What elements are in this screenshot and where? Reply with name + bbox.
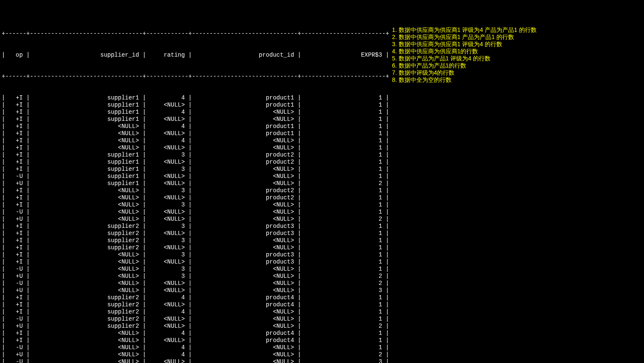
table-row: | +I | supplier1 | <NULL> | <NULL> | 1 | — [2, 116, 644, 123]
table-header-row: | op | supplier_id | rating | product_id… — [2, 52, 644, 59]
table-row: | +I | supplier1 | <NULL> | product2 | 1… — [2, 159, 644, 166]
table-row: | +I | <NULL> | <NULL> | product4 | 1 | — [2, 337, 644, 344]
table-row: | +I | supplier1 | 4 | product1 | 1 | — [2, 94, 644, 102]
table-row: | -U | supplier2 | <NULL> | <NULL> | 1 | — [2, 316, 644, 323]
table-separator-mid: +------+--------------------------------… — [2, 73, 644, 80]
table-row: | -U | <NULL> | 3 | <NULL> | 1 | — [2, 266, 644, 273]
table-row: | -U | <NULL> | 4 | <NULL> | 1 | — [2, 344, 644, 351]
annotation-line: 1. 数据中供应商为供应商1 评级为4 产品为产品1 的行数 — [392, 26, 537, 34]
table-row: | +I | <NULL> | 3 | product3 | 1 | — [2, 251, 644, 259]
table-separator-top: +------+--------------------------------… — [2, 30, 644, 37]
table-row: | +I | <NULL> | 4 | product1 | 1 | — [2, 123, 644, 130]
table-row: | +I | <NULL> | 4 | <NULL> | 1 | — [2, 137, 644, 144]
table-body: | +I | supplier1 | 4 | product1 | 1 || +… — [2, 94, 644, 363]
table-row: | +I | <NULL> | 3 | product2 | 1 | — [2, 187, 644, 194]
ascii-table: +------+--------------------------------… — [2, 16, 644, 363]
table-row: | +U | supplier2 | <NULL> | <NULL> | 2 | — [2, 323, 644, 330]
annotation-line: 8. 数据中全为空的行数 — [392, 76, 537, 84]
table-row: | +I | supplier2 | 4 | product4 | 1 | — [2, 294, 644, 301]
table-row: | +I | supplier2 | 4 | <NULL> | 1 | — [2, 308, 644, 316]
table-row: | +I | <NULL> | <NULL> | product1 | 1 | — [2, 130, 644, 137]
table-row: | +I | <NULL> | 4 | product4 | 1 | — [2, 330, 644, 337]
terminal-screen: +------+--------------------------------… — [0, 0, 644, 363]
annotation-line: 2. 数据中供应商为供应商1 产品为产品1 的行数 — [392, 34, 537, 41]
table-row: | -U | <NULL> | <NULL> | <NULL> | 3 | — [2, 358, 644, 363]
table-row: | +U | <NULL> | <NULL> | <NULL> | 2 | — [2, 216, 644, 223]
annotation-line: 4. 数据中供应商为供应商1的行数 — [392, 48, 537, 55]
table-row: | +I | supplier2 | <NULL> | product4 | 1… — [2, 301, 644, 308]
annotation-line: 6. 数据中产品为产品1的行数 — [392, 62, 537, 69]
table-row: | +U | <NULL> | <NULL> | <NULL> | 3 | — [2, 287, 644, 294]
table-row: | +U | <NULL> | 4 | <NULL> | 2 | — [2, 351, 644, 358]
table-row: | +I | supplier2 | <NULL> | <NULL> | 1 | — [2, 244, 644, 251]
table-row: | -U | <NULL> | <NULL> | <NULL> | 1 | — [2, 209, 644, 216]
table-row: | -U | <NULL> | <NULL> | <NULL> | 2 | — [2, 280, 644, 287]
table-row: | +I | <NULL> | 3 | <NULL> | 1 | — [2, 201, 644, 209]
annotation-line: 7. 数据中评级为4的行数 — [392, 69, 537, 76]
table-row: | +I | <NULL> | <NULL> | product2 | 1 | — [2, 194, 644, 201]
table-row: | +I | supplier1 | 3 | product2 | 1 | — [2, 151, 644, 159]
annotation-line: 5. 数据中产品为产品1 评级为4 的行数 — [392, 55, 537, 62]
table-row: | +I | supplier1 | <NULL> | product1 | 1… — [2, 102, 644, 109]
table-row: | +U | <NULL> | 3 | <NULL> | 2 | — [2, 273, 644, 280]
annotation-line: 3. 数据中供应商为供应商1 评级为4 的行数 — [392, 41, 537, 48]
table-row: | +I | supplier2 | 3 | product3 | 1 | — [2, 223, 644, 230]
table-row: | +I | <NULL> | <NULL> | product3 | 1 | — [2, 259, 644, 266]
table-row: | -U | supplier1 | <NULL> | <NULL> | 1 | — [2, 173, 644, 180]
table-row: | +U | supplier1 | <NULL> | <NULL> | 2 | — [2, 180, 644, 187]
table-row: | +I | <NULL> | <NULL> | <NULL> | 1 | — [2, 144, 644, 151]
table-row: | +I | supplier1 | 4 | <NULL> | 1 | — [2, 109, 644, 116]
table-row: | +I | supplier2 | 3 | <NULL> | 1 | — [2, 237, 644, 244]
table-row: | +I | supplier2 | <NULL> | product3 | 1… — [2, 230, 644, 237]
annotations-overlay: 1. 数据中供应商为供应商1 评级为4 产品为产品1 的行数2. 数据中供应商为… — [392, 26, 537, 84]
table-row: | +I | supplier1 | 3 | <NULL> | 1 | — [2, 166, 644, 173]
